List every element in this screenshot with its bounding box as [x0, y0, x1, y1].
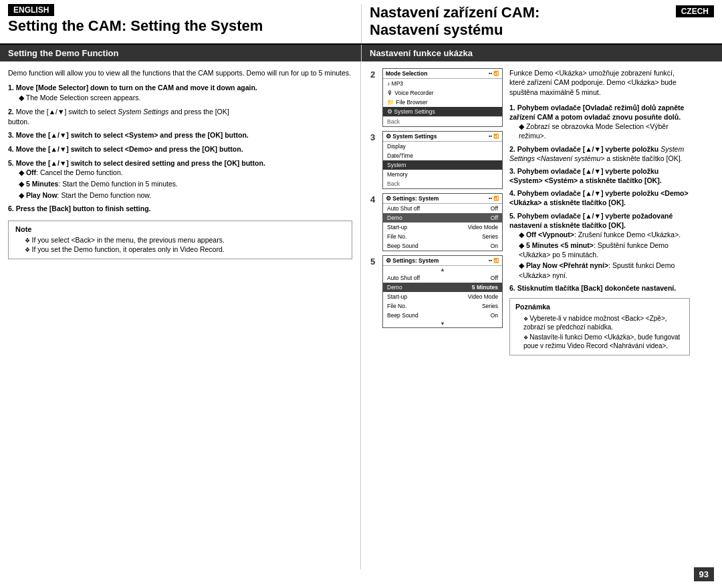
right-column: 2 Mode Selection ▪▪ 📶 ♪ MP3 🎙 Voice Reco…: [361, 61, 722, 569]
section-title-left: Setting the Demo Function: [0, 45, 361, 61]
main-title-right-line2: Nastavení systému: [370, 21, 539, 39]
poznamka-title: Poznámka: [515, 302, 684, 312]
r-step-3: 3. Pohybem ovladače [▲/▼] vyberte položk…: [509, 166, 690, 185]
section-headers: Setting the Demo Function Nastavení funk…: [0, 45, 722, 61]
screen-4-demo: DemoOff: [383, 213, 502, 223]
right-text-column: Funkce Demo <Ukázka> umožňuje zobrazení …: [509, 68, 690, 563]
screen-3: ⚙ System Settings ▪▪ 📶 Display Date/Time…: [382, 131, 503, 189]
screen-5-arrow-up: ▲: [383, 266, 502, 273]
screen-2: Mode Selection ▪▪ 📶 ♪ MP3 🎙 Voice Record…: [382, 68, 503, 127]
main-title-left: Setting the CAM: Setting the System: [8, 17, 353, 35]
screen-4-beep: Beep SoundOn: [383, 241, 502, 251]
screen-5-icons: ▪▪ 📶: [489, 258, 499, 263]
step-1-bold: 1. Move [Mode Selector] down to turn on …: [8, 84, 257, 92]
r-bullet-off: Off <Vypnout>: Zrušení funkce Demo <Ukáz…: [509, 230, 690, 239]
screen-num-3: 3: [370, 132, 375, 142]
note-box: Note If you select <Back> in the menu, t…: [8, 220, 352, 259]
left-intro: Demo function will allow you to view all…: [8, 68, 352, 78]
screen-5-arrow-down: ▼: [383, 320, 502, 327]
title-right-block: Nastavení zařízení CAM: Nastavení systém…: [370, 4, 539, 39]
lang-badge-english: ENGLISH: [8, 4, 353, 17]
r-bullet-5min: 5 Minutes <5 minut>: Spuštění funkce Dem…: [509, 241, 690, 259]
step-2: 2. Move the [▲/▼] switch to select Syste…: [8, 107, 352, 126]
r-step-5: 5. Pohybem ovladače [▲/▼] vyberte požado…: [509, 211, 690, 280]
english-label: ENGLISH: [8, 4, 54, 16]
bullet-5min: 5 Minutes: Start the Demo function in 5 …: [8, 179, 352, 189]
screen-2-voice: 🎙 Voice Recorder: [383, 88, 502, 98]
page-header: ENGLISH Setting the CAM: Setting the Sys…: [0, 0, 722, 45]
screen-5-autoshut: Auto Shut offOff: [383, 273, 502, 283]
screen-4-header: ⚙ Settings: System ▪▪ 📶: [383, 194, 502, 204]
screen-2-title: Mode Selection: [386, 70, 427, 77]
screen-3-back: Back: [383, 179, 502, 188]
screen-2-system: ⚙ System Settings: [383, 107, 502, 116]
step-5: 5. Move the [▲/▼] switch to select desir…: [8, 158, 352, 200]
screen-2-mp3: ♪ MP3: [383, 79, 502, 88]
screen-5-title: ⚙ Settings: System: [386, 257, 439, 264]
left-column: Demo function will allow you to view all…: [0, 61, 361, 569]
step-4: 4. Move the [▲/▼] switch to select <Demo…: [8, 144, 352, 154]
step-3-text: 3. Move the [▲/▼] switch to select <Syst…: [8, 131, 249, 139]
screen-3-memory: Memory: [383, 170, 502, 179]
screen-5-header: ⚙ Settings: System ▪▪ 📶: [383, 256, 502, 266]
step-1: 1. Move [Mode Selector] down to turn on …: [8, 83, 352, 102]
screen-4-autoshut: Auto Shut offOff: [383, 204, 502, 213]
poznamka-box: Poznámka Vyberete-li v nabídce možnost <…: [509, 298, 690, 355]
step-6: 6. Press the [Back] button to finish set…: [8, 204, 352, 214]
r-step-6: 6. Stisknutím tlačítka [Back] dokončete …: [509, 283, 690, 293]
screen-5-beep: Beep SoundOn: [383, 311, 502, 320]
pozn-item-1: Vyberete-li v nabídce možnost <Back> <Zp…: [515, 314, 684, 331]
r-step-4: 4. Pohybem ovladače [▲/▼] vyberte položk…: [509, 188, 690, 207]
note-item-1: If you select <Back> in the menu, the pr…: [15, 236, 345, 244]
battery-icon: ▪▪: [489, 71, 492, 76]
screen-4-wrapper: 4 ⚙ Settings: System ▪▪ 📶 Auto Shut offO…: [382, 193, 503, 251]
screen-3-header: ⚙ System Settings ▪▪ 📶: [383, 132, 502, 142]
screen-3-wrapper: 3 ⚙ System Settings ▪▪ 📶 Display Date/Ti…: [382, 131, 503, 189]
screen-num-2: 2: [370, 69, 375, 80]
screen-3-title: ⚙ System Settings: [386, 133, 437, 140]
step-2-num: 2.: [8, 108, 14, 116]
header-left: ENGLISH Setting the CAM: Setting the Sys…: [0, 4, 361, 43]
content-area: Demo function will allow you to view all…: [0, 61, 722, 569]
section-title-right: Nastavení funkce ukázka: [361, 45, 722, 61]
screen-4-startup: Start-upVideo Mode: [383, 223, 502, 232]
step-3: 3. Move the [▲/▼] switch to select <Syst…: [8, 130, 352, 140]
note-title: Note: [15, 225, 345, 233]
screen-5-demo: Demo5 Minutes: [383, 283, 502, 292]
step-2-italic: System Settings: [118, 108, 168, 116]
screen-num-5: 5: [370, 257, 375, 267]
screen-5-wrapper: 5 ⚙ Settings: System ▪▪ 📶 ▲ Auto Shut of…: [382, 255, 503, 328]
right-intro: Funkce Demo <Ukázka> umožňuje zobrazení …: [509, 68, 690, 98]
screen-4-icons: ▪▪ 📶: [489, 196, 499, 201]
screen-2-icons: ▪▪ 📶: [489, 71, 499, 76]
screens-panel: 2 Mode Selection ▪▪ 📶 ♪ MP3 🎙 Voice Reco…: [369, 68, 503, 563]
screen-2-file: 📁 File Browser: [383, 98, 502, 107]
screen-4-title: ⚙ Settings: System: [386, 195, 439, 202]
step-5-text: 5. Move the [▲/▼] switch to select desir…: [8, 159, 265, 167]
screen-4-batt: ▪▪ 📶: [489, 196, 499, 201]
screen-2-header: Mode Selection ▪▪ 📶: [383, 69, 502, 79]
step-6-text: 6. Press the [Back] button to finish set…: [8, 204, 151, 212]
screen-2-wrapper: 2 Mode Selection ▪▪ 📶 ♪ MP3 🎙 Voice Reco…: [382, 68, 503, 127]
screen-5-batt: ▪▪ 📶: [489, 258, 499, 263]
r-step-2: 2. Pohybem ovladače [▲/▼] vyberte položk…: [509, 144, 690, 163]
step-4-text: 4. Move the [▲/▼] switch to select <Demo…: [8, 145, 243, 153]
czech-label: CZECH: [676, 5, 714, 17]
screen-4-fileno: File No.Series: [383, 232, 502, 241]
r-step-1-sub: Zobrazí se obrazovka Mode Selection <Výb…: [509, 122, 690, 140]
screen-3-display: Display: [383, 142, 502, 151]
bullet-play: Play Now: Start the Demo function now.: [8, 190, 352, 200]
screen-5: ⚙ Settings: System ▪▪ 📶 ▲ Auto Shut offO…: [382, 255, 503, 328]
header-right: Nastavení zařízení CAM: Nastavení systém…: [361, 4, 722, 43]
screen-4: ⚙ Settings: System ▪▪ 📶 Auto Shut offOff…: [382, 193, 503, 251]
pozn-item-2: Nastavíte-li funkci Demo <Ukázka>, bude …: [515, 333, 684, 350]
main-title-right-line1: Nastavení zařízení CAM:: [370, 4, 539, 21]
r-step-1: 1. Pohybem ovladače [Ovladač režimů] dol…: [509, 103, 690, 141]
page-number: 93: [694, 567, 714, 581]
screen-5-fileno: File No.Series: [383, 301, 502, 311]
screen-2-back: Back: [383, 116, 502, 126]
bullet-off: Off: Cancel the Demo function.: [8, 168, 352, 178]
signal-icon: 📶: [493, 71, 499, 76]
screen-num-4: 4: [370, 194, 375, 204]
screen-3-batt: ▪▪ 📶: [489, 134, 499, 139]
